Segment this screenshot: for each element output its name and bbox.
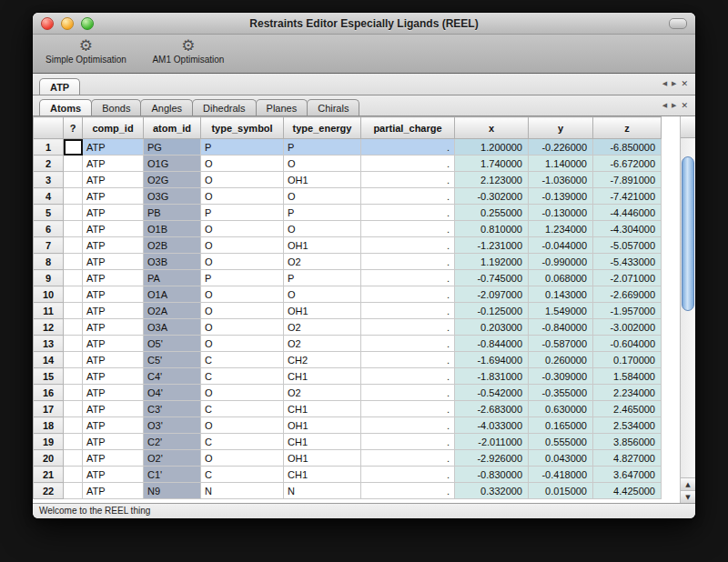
cell-y[interactable]: -0.355000 [529,385,593,401]
cell-x[interactable]: 0.255000 [455,205,529,221]
cell-x[interactable]: -2.011000 [455,434,529,450]
cell-atom_id[interactable]: O2' [144,450,201,467]
cell-y[interactable]: 0.165000 [529,417,593,434]
row-number[interactable]: 6 [34,221,64,237]
cell-y[interactable]: 0.015000 [529,483,593,499]
cell-atom_id[interactable]: N9 [144,483,201,499]
cell-y[interactable]: 0.068000 [529,270,593,286]
cell-flag[interactable] [64,221,83,237]
cell-type_symbol[interactable]: O [201,303,284,319]
cell-atom_id[interactable]: PG [144,139,201,156]
cell-flag[interactable] [64,319,83,336]
cell-x[interactable]: 2.123000 [455,172,529,188]
cell-z[interactable]: 3.647000 [593,467,662,483]
cell-partial_charge[interactable]: . [361,319,455,336]
cell-type_symbol[interactable]: P [201,139,284,156]
column-header-partialcharge[interactable]: partial_charge [361,117,455,139]
cell-z[interactable]: 2.234000 [593,385,662,401]
zoom-button[interactable] [81,17,94,30]
cell-flag[interactable] [64,434,83,450]
cell-flag[interactable] [64,401,83,417]
row-number[interactable]: 10 [34,286,64,303]
cell-atom_id[interactable]: PB [144,205,201,221]
cell-flag[interactable] [64,188,83,205]
row-number[interactable]: 12 [34,319,64,336]
cell-z[interactable]: -4.304000 [593,221,662,237]
cell-type_energy[interactable]: OH1 [284,237,361,254]
cell-partial_charge[interactable]: . [361,205,455,221]
cell-flag[interactable] [64,417,83,434]
cell-z[interactable]: 2.465000 [593,401,662,417]
cell-comp_id[interactable]: ATP [83,139,144,156]
cell-z[interactable]: -2.669000 [593,286,662,303]
row-number[interactable]: 18 [34,417,64,434]
scroll-down-button[interactable]: ▼ [681,490,695,503]
cell-flag[interactable] [64,368,83,385]
tab-scroll-right-icon[interactable]: ▶ [672,101,676,110]
cell-partial_charge[interactable]: . [361,156,455,172]
row-number[interactable]: 13 [34,336,64,352]
cell-atom_id[interactable]: O1A [144,286,201,303]
cell-x[interactable]: -2.097000 [455,286,529,303]
cell-y[interactable]: -0.130000 [529,205,593,221]
cell-type_energy[interactable]: OH1 [284,303,361,319]
cell-x[interactable]: -0.542000 [455,385,529,401]
cell-partial_charge[interactable]: . [361,286,455,303]
row-number[interactable]: 2 [34,156,64,172]
row-number[interactable]: 3 [34,172,64,188]
cell-type_symbol[interactable]: O [201,237,284,254]
simple-optimisation-button[interactable]: ⚙ Simple Optimisation [46,37,126,65]
cell-type_energy[interactable]: P [284,139,361,156]
cell-type_symbol[interactable]: O [201,188,284,205]
cell-partial_charge[interactable]: . [361,188,455,205]
column-header-y[interactable]: y [529,117,593,139]
cell-y[interactable]: 0.630000 [529,401,593,417]
tab-scroll-left-icon[interactable]: ◀ [662,79,667,88]
row-number[interactable]: 15 [34,368,64,385]
cell-type_symbol[interactable]: P [201,270,284,286]
cell-flag[interactable] [64,450,83,467]
cell-flag[interactable] [64,467,83,483]
cell-y[interactable]: -0.990000 [529,254,593,270]
column-header-atomid[interactable]: atom_id [144,117,201,139]
minimize-button[interactable] [61,17,74,30]
cell-atom_id[interactable]: O1B [144,221,201,237]
cell-type_symbol[interactable]: O [201,385,284,401]
cell-type_symbol[interactable]: N [201,483,284,499]
cell-type_symbol[interactable]: C [201,368,284,385]
cell-type_symbol[interactable]: O [201,254,284,270]
cell-flag[interactable] [64,336,83,352]
cell-z[interactable]: -5.057000 [593,237,662,254]
cell-flag[interactable] [64,156,83,172]
cell-partial_charge[interactable]: . [361,417,455,434]
column-header-z[interactable]: z [593,117,662,139]
cell-x[interactable]: 0.810000 [455,221,529,237]
cell-comp_id[interactable]: ATP [83,434,144,450]
cell-y[interactable]: 0.043000 [529,450,593,467]
cell-type_energy[interactable]: O [284,188,361,205]
cell-type_symbol[interactable]: C [201,467,284,483]
cell-comp_id[interactable]: ATP [83,254,144,270]
column-header-[interactable]: ? [64,117,83,139]
cell-z[interactable]: -0.604000 [593,336,662,352]
tab-close-icon[interactable]: ✕ [681,79,688,88]
cell-z[interactable]: -6.850000 [593,139,662,156]
cell-z[interactable]: 3.856000 [593,434,662,450]
scroll-up-button[interactable]: ▲ [681,477,695,490]
row-number[interactable]: 16 [34,385,64,401]
cell-comp_id[interactable]: ATP [83,221,144,237]
cell-x[interactable]: -4.033000 [455,417,529,434]
cell-type_symbol[interactable]: C [201,401,284,417]
cell-partial_charge[interactable]: . [361,483,455,499]
cell-atom_id[interactable]: O1G [144,156,201,172]
cell-flag[interactable] [64,286,83,303]
cell-atom_id[interactable]: C2' [144,434,201,450]
cell-partial_charge[interactable]: . [361,172,455,188]
cell-y[interactable]: 1.140000 [529,156,593,172]
cell-atom_id[interactable]: O4' [144,385,201,401]
cell-type_energy[interactable]: N [284,483,361,499]
cell-z[interactable]: -7.421000 [593,188,662,205]
cell-partial_charge[interactable]: . [361,237,455,254]
row-number[interactable]: 5 [34,205,64,221]
cell-partial_charge[interactable]: . [361,221,455,237]
